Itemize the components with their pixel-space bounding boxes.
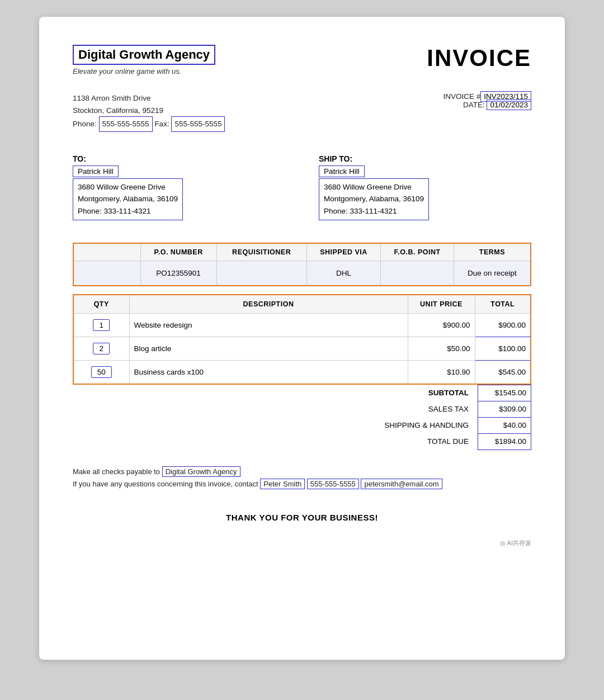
items-col-total: TOTAL [475, 295, 531, 314]
contact-phone: 555-555-5555 [307, 479, 359, 489]
company-block: Digital Growth Agency Elevate your onlin… [73, 45, 215, 75]
ship-to-block: SHIP TO: Patrick Hill 3680 Willow Greene… [319, 154, 531, 220]
notes-section: Make all checks payable to Digital Growt… [73, 466, 531, 490]
payable-to: Digital Growth Agency [162, 466, 240, 477]
tax-label: SALES TAX [341, 401, 478, 417]
ship-to-label: SHIP TO: [319, 154, 531, 163]
subtotal-value: $1545.00 [478, 385, 531, 401]
bill-to-label: TO: [73, 154, 285, 163]
po-col-terms: TERMS [454, 243, 531, 261]
invoice-date: 01/02/2023 [487, 100, 531, 110]
items-table: QTY DESCRIPTION UNIT PRICE TOTAL 1 Websi… [73, 294, 531, 385]
company-fax: 555-555-5555 [171, 116, 225, 132]
watermark: ◎ AI共存派 [73, 539, 531, 547]
ship-to-name: Patrick Hill [319, 165, 365, 177]
items-col-qty: QTY [73, 295, 129, 314]
invoice-document: Digital Growth Agency Elevate your onlin… [39, 17, 565, 660]
contact-name: Peter Smith [260, 479, 305, 489]
items-col-unit-price: UNIT PRICE [408, 295, 475, 314]
totals-section: SUBTOTAL $1545.00 SALES TAX $309.00 SHIP… [73, 385, 531, 450]
bill-to-name: Patrick Hill [73, 165, 119, 177]
po-terms-value: Due on receipt [454, 261, 531, 286]
items-col-description: DESCRIPTION [129, 295, 408, 314]
contact-email: petersmith@email.com [361, 479, 442, 489]
company-address-line1: 1138 Arron Smith Drive [73, 92, 225, 105]
row1-desc: Website redesign [129, 313, 408, 337]
row1-price: $900.00 [408, 313, 475, 337]
notes-line1: Make all checks payable to Digital Growt… [73, 466, 531, 478]
po-shipped-value: DHL [306, 261, 381, 286]
subtotal-label: SUBTOTAL [341, 385, 478, 401]
row2-total: $100.00 [475, 337, 531, 360]
shipping-label: SHIPPING & HANDLING [341, 417, 478, 433]
row2-price: $50.00 [408, 337, 475, 360]
row3-qty: 50 [73, 360, 129, 384]
totals-table: SUBTOTAL $1545.00 SALES TAX $309.00 SHIP… [341, 385, 531, 450]
company-phone: 555-555-5555 [99, 116, 153, 132]
company-name: Digital Growth Agency [73, 45, 215, 65]
bill-to-address: 3680 Willow Greene DriveMontgomery, Alab… [73, 178, 183, 220]
total-row: TOTAL DUE $1894.00 [341, 433, 531, 450]
shipping-row: SHIPPING & HANDLING $40.00 [341, 417, 531, 433]
row3-desc: Business cards x100 [129, 360, 408, 384]
po-col-empty [73, 243, 140, 261]
po-col-shipped: SHIPPED VIA [306, 243, 381, 261]
row2-qty: 2 [73, 337, 129, 360]
billing-section: TO: Patrick Hill 3680 Willow Greene Driv… [73, 154, 531, 220]
company-contact: Phone: 555-555-5555 Fax: 555-555-5555 [73, 116, 225, 132]
total-value: $1894.00 [478, 433, 531, 450]
po-col-number: P.O. NUMBER [140, 243, 216, 261]
table-row: 1 Website redesign $900.00 $900.00 [73, 313, 531, 337]
po-requisitioner-value [216, 261, 306, 286]
invoice-meta: INVOICE #INV2023/115 DATE: 01/02/2023 [443, 92, 531, 121]
table-row: 50 Business cards x100 $10.90 $545.00 [73, 360, 531, 384]
po-row-empty [73, 261, 140, 286]
thank-you-message: THANK YOU FOR YOUR BUSINESS! [73, 513, 531, 522]
po-number-value: PO12355901 [140, 261, 216, 286]
tax-row: SALES TAX $309.00 [341, 401, 531, 417]
shipping-value: $40.00 [478, 417, 531, 433]
bill-to-block: TO: Patrick Hill 3680 Willow Greene Driv… [73, 154, 285, 220]
row3-price: $10.90 [408, 360, 475, 384]
po-fob-value [381, 261, 454, 286]
company-address: 1138 Arron Smith Drive Stockton, Califor… [73, 92, 225, 132]
invoice-title: INVOICE [427, 45, 531, 72]
table-row: 2 Blog article $50.00 $100.00 [73, 337, 531, 360]
invoice-header: Digital Growth Agency Elevate your onlin… [73, 45, 531, 75]
ship-to-address: 3680 Willow Greene DriveMontgomery, Alab… [319, 178, 429, 220]
row1-total: $900.00 [475, 313, 531, 337]
total-label: TOTAL DUE [341, 433, 478, 450]
row1-qty: 1 [73, 313, 129, 337]
po-col-fob: F.O.B. POINT [381, 243, 454, 261]
row2-desc: Blog article [129, 337, 408, 360]
row3-total: $545.00 [475, 360, 531, 384]
invoice-date-line: DATE: 01/02/2023 [443, 101, 531, 109]
po-table: P.O. NUMBER REQUISITIONER SHIPPED VIA F.… [73, 243, 531, 286]
company-address-line2: Stockton, California, 95219 [73, 105, 225, 117]
po-col-requisitioner: REQUISITIONER [216, 243, 306, 261]
notes-line2: If you have any questions concerning thi… [73, 478, 531, 490]
tax-value: $309.00 [478, 401, 531, 417]
company-tagline: Elevate your online game with us. [73, 67, 215, 75]
subtotal-row: SUBTOTAL $1545.00 [341, 385, 531, 401]
